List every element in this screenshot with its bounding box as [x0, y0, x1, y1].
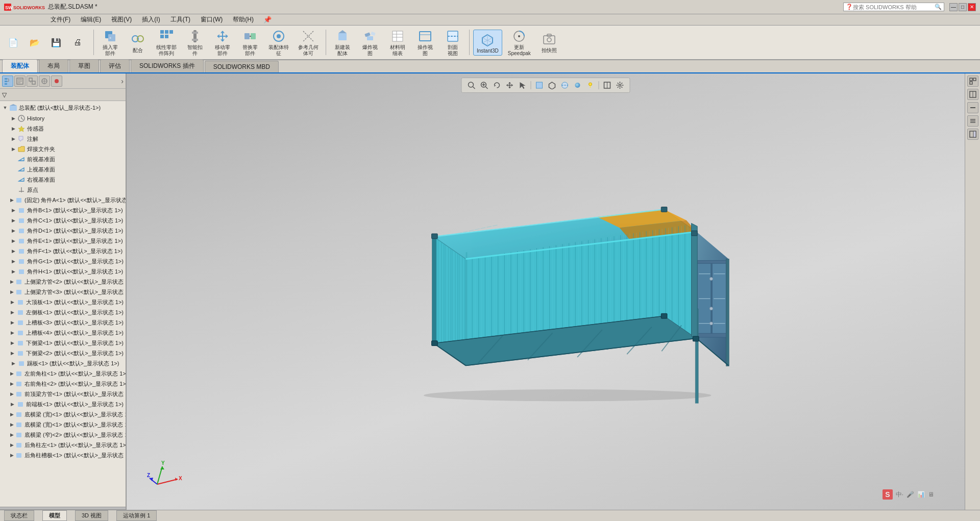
feature-tree-item-sensors[interactable]: ▶ 传感器: [0, 123, 126, 134]
feature-tree-item-front-top-beam1[interactable]: ▶ 前顶梁方管<1> (默认<<默认>_显示状态 1>): [0, 389, 126, 399]
vt-zoom-to-fit[interactable]: [466, 80, 477, 91]
close-button[interactable]: ✕: [968, 3, 976, 11]
feature-tree-item-partC[interactable]: ▶ 角件C<1> (默认<<默认>_显示状态 1>): [0, 215, 126, 226]
vt-lights[interactable]: [585, 80, 596, 91]
maximize-button[interactable]: □: [959, 3, 967, 11]
tab-sketch[interactable]: 草图: [69, 59, 99, 72]
vt-view-orientation[interactable]: [547, 80, 558, 91]
ft-tab-origin[interactable]: [39, 76, 50, 87]
feature-tree-item-right-corner-col2[interactable]: ▶ 右前角柱<2> (默认<<默认>_显示状态 1>): [0, 379, 126, 389]
feature-tree-item-weld-folder[interactable]: ▶ 焊接文件夹: [0, 144, 126, 154]
toolbar-open[interactable]: 📂: [24, 32, 45, 53]
rt-full-screen[interactable]: [967, 76, 978, 87]
toolbar-smart-fasteners[interactable]: 智能扣件: [182, 26, 208, 59]
feature-tree-item-front-panel1[interactable]: ▶ 前端板<1> (默认<<默认>_显示状态 1>): [0, 399, 126, 409]
feature-tree-item-wide-beam1b[interactable]: ▶ 底横梁 (宽)<1> (默认<<默认>_显示状态 1: [0, 419, 126, 430]
feature-tree-item-wide-beam1[interactable]: ▶ 底横梁 (宽)<1> (默认<<默认>_显示状态 1: [0, 409, 126, 419]
feature-tree-item-lower-beam1[interactable]: ▶ 下侧梁<1> (默认<<默认>_显示状态 1>): [0, 338, 126, 348]
status-tab-3dview[interactable]: 3D 视图: [75, 510, 108, 521]
feature-tree-item-annotations[interactable]: ▶ 注解: [0, 134, 126, 144]
feature-tree-item-top-board3[interactable]: ▶ 上槽板<3> (默认<<默认>_显示状态 1>): [0, 317, 126, 328]
status-tab-model[interactable]: 模型: [42, 510, 67, 521]
feature-tree-item-rear-corner-col1[interactable]: ▶ 后角柱左<1> (默认<<默认>_显示状态 1>): [0, 440, 126, 450]
menu-pin[interactable]: 📌: [263, 16, 272, 23]
feature-tree-item-partG[interactable]: ▶ 角件G<1> (默认<<默认>_显示状态 1>): [0, 256, 126, 266]
toolbar-operate-view[interactable]: 操作视图: [412, 26, 438, 59]
ft-tab-display[interactable]: [51, 76, 62, 87]
toolbar-print[interactable]: 🖨: [67, 32, 88, 53]
menu-file[interactable]: 文件(F): [46, 14, 75, 26]
menu-insert[interactable]: 插入(I): [137, 14, 164, 26]
toolbar-ref-geometry[interactable]: 参考几何体可: [295, 26, 322, 59]
menu-view[interactable]: 视图(V): [107, 14, 136, 26]
toolbar-linear-pattern[interactable]: 线性零部件阵列: [153, 26, 180, 59]
feature-tree-item-history[interactable]: ▶ History: [0, 113, 126, 123]
feature-tree-item-partB[interactable]: ▶ 角件B<1> (默认<<默认>_显示状态 1>): [0, 205, 126, 215]
ft-expand-icon[interactable]: ›: [121, 77, 124, 85]
toolbar-bom[interactable]: 材料明细表: [385, 26, 410, 59]
menu-window[interactable]: 窗口(W): [196, 14, 227, 26]
feature-tree-item-upper-side-beam3[interactable]: ▶ 上侧梁方管<3> (默认<<默认>_显示状态 1>): [0, 287, 126, 297]
tab-solidworks-mbd[interactable]: SOLIDWORKS MBD: [205, 61, 279, 72]
menu-edit[interactable]: 编辑(E): [76, 14, 106, 26]
toolbar-instant3d[interactable]: Instant3D: [473, 30, 502, 56]
toolbar-move-component[interactable]: 移动零部件: [210, 26, 235, 59]
feature-tree-item-partD[interactable]: ▶ 角件D<1> (默认<<默认>_显示状态 1>): [0, 226, 126, 236]
tab-assembly[interactable]: 装配体: [2, 59, 38, 72]
minimize-button[interactable]: —: [949, 3, 958, 11]
feature-tree-item-partF[interactable]: ▶ 角件F<1> (默认<<默认>_显示状态 1>): [0, 246, 126, 256]
status-tab-motion[interactable]: 运动算例 1: [116, 510, 157, 521]
feature-tree-item-partE[interactable]: ▶ 角件E<1> (默认<<默认>_显示状态 1>): [0, 236, 126, 246]
ft-tab-props[interactable]: [14, 76, 26, 87]
feature-tree-item-rear-corner-groove1[interactable]: ▶ 后角柱槽极<1> (默认<<默认>_显示状态 1>: [0, 450, 126, 460]
feature-tree-item-upper-side-beam2[interactable]: ▶ 上侧梁方管<2> (默认<<默认>_显示状态 1>): [0, 277, 126, 287]
status-tab-status[interactable]: 状态栏: [4, 510, 34, 521]
toolbar-section-view[interactable]: 剖面视图: [440, 26, 465, 59]
vt-section[interactable]: [559, 80, 571, 91]
feature-tree-item-top-board4[interactable]: ▶ 上槽板<4> (默认<<默认>_显示状态 1>): [0, 328, 126, 338]
feature-tree-item-partH[interactable]: ▶ 角件H<1> (默认<<默认>_显示状态 1>): [0, 266, 126, 277]
vt-appearance[interactable]: [572, 80, 583, 91]
vt-rotate[interactable]: [492, 80, 503, 91]
vt-pan[interactable]: [504, 80, 516, 91]
search-box[interactable]: ❓ 🔍: [843, 3, 944, 11]
feature-tree-item-top-plate1[interactable]: ▶ 大顶板<1> (默认<<默认>_显示状态 1>): [0, 297, 126, 307]
toolbar-save[interactable]: 💾: [46, 32, 66, 53]
vt-zoom[interactable]: [479, 80, 490, 91]
feature-tree-item-lower-beam2[interactable]: ▶ 下侧梁<2> (默认<<默认>_显示状态 1>): [0, 348, 126, 358]
toolbar-speedpak[interactable]: 更新Speedpak: [504, 26, 534, 59]
feature-tree-item-left-side1[interactable]: ▶ 左侧板<1> (默认<<默认>_显示状态 1>): [0, 307, 126, 317]
feature-tree-item-front-plane[interactable]: ▶ 前视基准面: [0, 154, 126, 164]
toolbar-exploded-view[interactable]: 爆炸视图: [357, 26, 383, 59]
ft-tab-tree[interactable]: [2, 76, 13, 87]
viewport[interactable]: X Y Z S 中· 🎤 📊 🖥: [127, 73, 965, 510]
tab-layout[interactable]: 布局: [39, 59, 68, 72]
panel-splitter[interactable]: [0, 507, 126, 510]
toolbar-new-assembly[interactable]: 新建装配体: [330, 26, 355, 59]
toolbar-mate[interactable]: 配合: [125, 29, 151, 56]
toolbar-replace-component[interactable]: 替换零部件: [237, 26, 263, 59]
vt-display-pane[interactable]: [602, 80, 613, 91]
tab-evaluate[interactable]: 评估: [100, 59, 130, 72]
feature-tree-item-top-plane[interactable]: ▶ 上视基准面: [0, 164, 126, 175]
feature-tree-item-right-plane[interactable]: ▶ 右视基准面: [0, 175, 126, 185]
vt-settings[interactable]: [615, 80, 626, 91]
feature-tree-item-partA[interactable]: ▶ (固定) 角件A<1> (默认<<默认>_显示状态 1>: [0, 195, 126, 205]
feature-tree-item-left-corner-col1[interactable]: ▶ 左前角柱<1> (默认<<默认>_显示状态 1>): [0, 368, 126, 379]
toolbar-insert-component[interactable]: + 插入零部件: [97, 26, 123, 59]
rt-options[interactable]: [967, 115, 978, 127]
rt-task-pane[interactable]: [967, 129, 978, 140]
ft-tab-config[interactable]: [27, 76, 38, 87]
toolbar-assembly-feature[interactable]: 装配体特征: [265, 26, 292, 59]
menu-tools[interactable]: 工具(T): [166, 14, 195, 26]
feature-tree-item-floor1[interactable]: ▶ 踢板<1> (默认<<默认>_显示状态 1>): [0, 358, 126, 368]
tab-solidworks-plugins[interactable]: SOLIDWORKS 插件: [131, 59, 204, 72]
vt-select[interactable]: [517, 80, 528, 91]
search-input[interactable]: [853, 4, 935, 10]
toolbar-new[interactable]: 📄: [3, 32, 23, 53]
vt-display-mode[interactable]: [534, 80, 545, 91]
rt-view2[interactable]: [967, 89, 978, 100]
rt-minimize-tree[interactable]: [967, 102, 978, 113]
feature-tree-item-narrow-beam2[interactable]: ▶ 底横梁 (窄)<2> (默认<<默认>_显示状态 1: [0, 430, 126, 440]
toolbar-snapshot[interactable]: 拍快照: [536, 29, 562, 56]
